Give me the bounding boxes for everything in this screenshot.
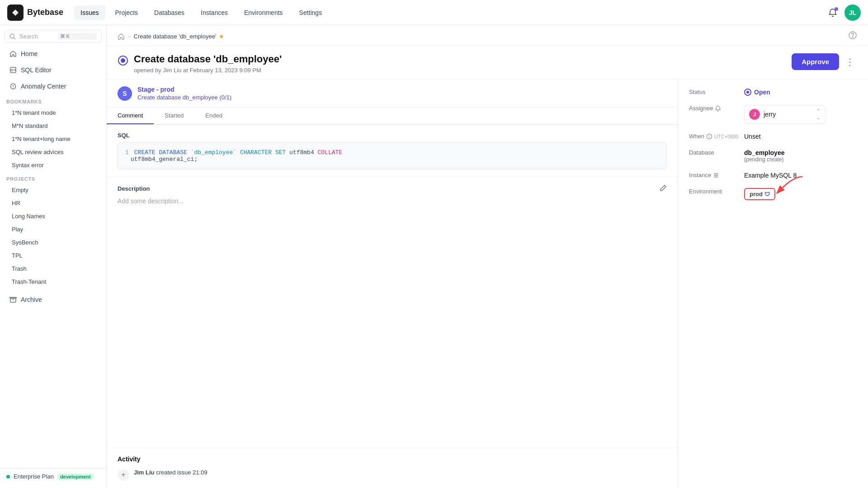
bookmark-mn-standard[interactable]: M*N standard bbox=[3, 120, 104, 132]
breadcrumb-separator: > bbox=[127, 33, 131, 40]
sql-editor-label: SQL Editor bbox=[21, 66, 52, 74]
issue-title: Create database 'db_employee' bbox=[134, 53, 786, 65]
sidebar-item-home[interactable]: Home bbox=[3, 46, 104, 61]
stage-sub-link[interactable]: Create database db_employee (0/1) bbox=[137, 94, 231, 101]
when-label: When UTC+0800 bbox=[689, 133, 739, 140]
stage-info: Stage - prod Create database db_employee… bbox=[137, 86, 231, 101]
sql-label: SQL bbox=[118, 132, 667, 139]
stage-bar: S Stage - prod Create database db_employ… bbox=[107, 80, 678, 108]
search-placeholder: Search bbox=[19, 33, 54, 40]
desc-label: Description bbox=[118, 185, 150, 192]
approve-button[interactable]: Approve bbox=[792, 53, 839, 70]
notification-dot bbox=[835, 7, 838, 11]
breadcrumb-home-icon[interactable] bbox=[118, 33, 125, 40]
database-value: db_employee (pending create) bbox=[744, 149, 784, 163]
sql-kw-create: CREATE DATABASE bbox=[134, 149, 191, 156]
sidebar-item-sql-editor[interactable]: SQL Editor bbox=[3, 62, 104, 78]
prop-database: Database db_employee (pending create) bbox=[689, 149, 857, 163]
notification-bell[interactable] bbox=[825, 5, 841, 21]
issue-header: Create database 'db_employee' opened by … bbox=[107, 46, 868, 80]
desc-edit-icon[interactable] bbox=[660, 184, 667, 193]
when-value: Unset bbox=[744, 133, 761, 140]
tab-comment[interactable]: Comment bbox=[107, 108, 154, 124]
project-sysbench[interactable]: SysBench bbox=[3, 236, 104, 249]
assignee-label: Assignee bbox=[689, 105, 739, 112]
stage-link[interactable]: Stage - prod bbox=[137, 86, 231, 93]
nav-instances[interactable]: Instances bbox=[194, 5, 234, 20]
home-icon bbox=[9, 50, 17, 58]
sql-code-block: 1 CREATE DATABASE `db_employee` CHARACTE… bbox=[118, 142, 667, 169]
project-play[interactable]: Play bbox=[3, 223, 104, 235]
project-hr[interactable]: HR bbox=[3, 197, 104, 209]
open-dot bbox=[744, 89, 751, 96]
search-shortcut: ⌘ K bbox=[58, 33, 97, 40]
breadcrumb-page: Create database 'db_employee' bbox=[134, 33, 217, 40]
nav-issues[interactable]: Issues bbox=[74, 5, 105, 20]
search-box[interactable]: Search ⌘ K bbox=[5, 30, 102, 43]
project-trash-tenant[interactable]: Trash-Tenant bbox=[3, 276, 104, 288]
more-options-button[interactable]: ⋮ bbox=[843, 55, 857, 69]
status-label: Status bbox=[689, 89, 739, 95]
archive-icon bbox=[9, 296, 17, 304]
nav-settings[interactable]: Settings bbox=[293, 5, 329, 20]
status-open-text: Open bbox=[754, 89, 770, 96]
when-tz: UTC+0800 bbox=[714, 134, 739, 139]
issue-title-block: Create database 'db_employee' opened by … bbox=[134, 53, 786, 74]
sidebar-item-archive[interactable]: Archive bbox=[3, 292, 104, 307]
nav-environments[interactable]: Environments bbox=[238, 5, 289, 20]
issue-sidebar-panel: Status Open Assignee bbox=[678, 80, 868, 488]
open-dot-inner bbox=[746, 91, 749, 94]
db-name: db_employee bbox=[744, 149, 784, 156]
desc-header: Description bbox=[118, 184, 667, 193]
issue-content: S Stage - prod Create database db_employ… bbox=[107, 80, 868, 488]
nav-projects[interactable]: Projects bbox=[109, 5, 145, 20]
annotation-arrow bbox=[771, 174, 807, 197]
prop-status: Status Open bbox=[689, 89, 857, 96]
assignee-select[interactable]: J jerry ⌃⌄ bbox=[744, 105, 826, 124]
anomaly-icon bbox=[9, 82, 17, 90]
activity-action: created issue 21:09 bbox=[156, 469, 207, 476]
project-long-names[interactable]: Long Names bbox=[3, 210, 104, 222]
activity-add-button[interactable]: + bbox=[118, 469, 129, 481]
env-annotation-container: prod 🛡 bbox=[744, 188, 775, 200]
projects-section: Projects bbox=[0, 172, 106, 183]
logo-icon bbox=[7, 5, 24, 21]
svg-point-6 bbox=[121, 58, 125, 63]
issue-tabs: Comment Started Ended bbox=[107, 108, 678, 125]
activity-section: Activity + Jim Liu created issue 21:09 bbox=[107, 448, 678, 488]
user-avatar[interactable]: JL bbox=[844, 5, 861, 21]
sql-kw-collate: COLLATE bbox=[318, 149, 343, 156]
when-info-icon bbox=[706, 133, 712, 140]
app-name: Bytebase bbox=[27, 8, 63, 17]
issue-actions: Approve ⋮ bbox=[792, 53, 857, 70]
desc-placeholder[interactable]: Add some description... bbox=[118, 197, 667, 205]
svg-rect-2 bbox=[10, 298, 16, 302]
sidebar-item-anomaly[interactable]: Anomaly Center bbox=[3, 79, 104, 94]
sql-linenum: 1 bbox=[125, 149, 129, 156]
sql-kw-character: CHARACTER SET bbox=[240, 149, 289, 156]
project-tpl[interactable]: TPL bbox=[3, 249, 104, 262]
shield-icon: 🛡 bbox=[764, 191, 770, 197]
project-empty[interactable]: Empty bbox=[3, 184, 104, 196]
project-trash[interactable]: Trash bbox=[3, 263, 104, 275]
help-icon[interactable] bbox=[848, 31, 857, 42]
activity-label: Activity bbox=[118, 455, 667, 463]
issue-main-panel: S Stage - prod Create database db_employ… bbox=[107, 80, 678, 488]
breadcrumb-star[interactable]: ★ bbox=[219, 33, 224, 40]
bookmark-syntax-error[interactable]: Syntax error bbox=[3, 159, 104, 171]
bookmark-sql-review[interactable]: SQL review advices bbox=[3, 146, 104, 158]
env-value: prod bbox=[750, 191, 763, 197]
environment-label: Environment bbox=[689, 188, 739, 195]
bookmark-1n-long[interactable]: 1*N tenant+long name bbox=[3, 133, 104, 145]
home-label: Home bbox=[21, 50, 38, 57]
svg-point-0 bbox=[10, 34, 14, 38]
nav-databases[interactable]: Databases bbox=[148, 5, 191, 20]
sql-collate-value: utf8mb4_general_ci; bbox=[131, 156, 198, 163]
main-content: > Create database 'db_employee' ★ Crea bbox=[107, 25, 868, 488]
bookmark-1n-tenant[interactable]: 1*N tenant mode bbox=[3, 107, 104, 119]
sidebar-footer: Enterprise Plan development bbox=[0, 468, 106, 484]
tab-started[interactable]: Started bbox=[154, 108, 194, 124]
breadcrumb: > Create database 'db_employee' ★ bbox=[107, 25, 868, 46]
tab-ended[interactable]: Ended bbox=[194, 108, 233, 124]
issue-meta: opened by Jim Liu at February 13, 2023 9… bbox=[134, 67, 786, 74]
